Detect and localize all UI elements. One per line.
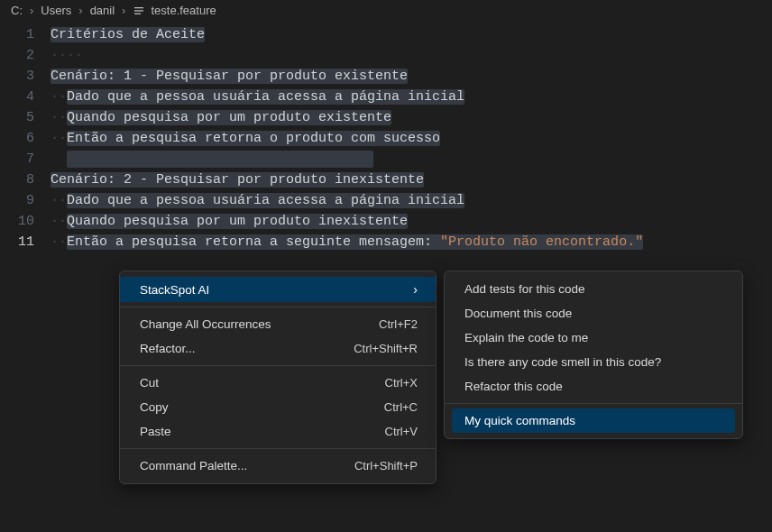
menu-item-label: StackSpot AI xyxy=(140,283,209,297)
code-text: Quando pesquisa por um produto existente xyxy=(67,110,391,125)
context-submenu: Add tests for this code Document this co… xyxy=(444,271,743,439)
menu-shortcut: Ctrl+Shift+P xyxy=(354,459,418,472)
menu-item-label: Command Palette... xyxy=(140,459,247,472)
chevron-right-icon: › xyxy=(26,4,37,17)
code-text: Então a pesquisa retorna a seguinte mens… xyxy=(67,234,440,250)
menu-item-cut[interactable]: Cut Ctrl+X xyxy=(120,371,436,395)
line-number: 5 xyxy=(0,107,51,128)
code-text: Dado que a pessoa usuária acessa a págin… xyxy=(67,89,464,105)
menu-item-command-palette[interactable]: Command Palette... Ctrl+Shift+P xyxy=(120,454,436,478)
code-text: Critérios de Aceite xyxy=(51,27,205,42)
menu-separator xyxy=(445,403,742,404)
menu-item-explain[interactable]: Explain the code to me xyxy=(445,326,742,350)
menu-item-refactor[interactable]: Refactor... Ctrl+Shift+R xyxy=(120,336,436,361)
menu-shortcut: Ctrl+Shift+R xyxy=(354,342,418,355)
menu-separator xyxy=(120,448,436,449)
menu-item-label: Add tests for this code xyxy=(464,282,585,296)
menu-item-label: Document this code xyxy=(464,307,572,320)
chevron-right-icon: › xyxy=(413,282,418,297)
menu-separator xyxy=(120,365,436,366)
breadcrumb-file[interactable]: teste.feature xyxy=(151,4,216,17)
menu-shortcut: Ctrl+F2 xyxy=(379,317,418,331)
breadcrumb-users[interactable]: Users xyxy=(41,4,71,17)
code-editor[interactable]: 1Critérios de Aceite 2···· 3Cenário: 1 -… xyxy=(0,23,772,252)
menu-item-copy[interactable]: Copy Ctrl+C xyxy=(120,395,436,419)
line-number: 3 xyxy=(0,66,51,87)
breadcrumb: C: › Users › danil › teste.feature xyxy=(0,0,772,23)
menu-item-label: Copy xyxy=(140,400,169,414)
menu-item-add-tests[interactable]: Add tests for this code xyxy=(445,277,742,301)
code-text: Quando pesquisa por um produto inexisten… xyxy=(67,214,408,229)
line-number: 6 xyxy=(0,128,51,149)
line-number: 10 xyxy=(0,211,51,232)
menu-item-stackspot[interactable]: StackSpot AI › xyxy=(120,277,436,302)
svg-rect-0 xyxy=(134,7,143,8)
menu-item-label: Refactor this code xyxy=(464,380,563,393)
menu-item-refactor-this[interactable]: Refactor this code xyxy=(445,374,742,399)
menu-separator xyxy=(120,307,436,307)
chevron-right-icon: › xyxy=(118,4,129,17)
line-number: 1 xyxy=(0,24,51,45)
menu-item-code-smell[interactable]: Is there any code smell in this code? xyxy=(445,350,742,374)
svg-rect-2 xyxy=(134,13,141,14)
svg-rect-1 xyxy=(134,10,143,11)
code-text: Cenário: 1 - Pesquisar por produto exist… xyxy=(51,69,408,84)
menu-item-label: Is there any code smell in this code? xyxy=(464,355,661,369)
menu-item-label: My quick commands xyxy=(464,414,575,427)
breadcrumb-user[interactable]: danil xyxy=(90,4,115,17)
line-number: 7 xyxy=(0,149,51,170)
breadcrumb-root[interactable]: C: xyxy=(11,4,23,17)
menu-item-document[interactable]: Document this code xyxy=(445,301,742,326)
selection-block xyxy=(67,151,373,168)
context-menu: StackSpot AI › Change All Occurrences Ct… xyxy=(119,271,437,484)
menu-item-label: Refactor... xyxy=(140,342,196,355)
menu-item-paste[interactable]: Paste Ctrl+V xyxy=(120,419,436,444)
menu-item-label: Cut xyxy=(140,376,159,390)
menu-shortcut: Ctrl+V xyxy=(385,425,418,438)
menu-item-label: Explain the code to me xyxy=(464,331,588,344)
line-number: 9 xyxy=(0,190,51,211)
line-number: 11 xyxy=(0,232,51,252)
chevron-right-icon: › xyxy=(75,4,86,17)
menu-item-label: Paste xyxy=(140,425,171,438)
code-text: Então a pesquisa retorna o produto com s… xyxy=(67,131,440,146)
line-number: 4 xyxy=(0,87,51,107)
menu-item-my-quick-commands[interactable]: My quick commands xyxy=(452,408,735,433)
line-number: 8 xyxy=(0,170,51,190)
code-text: Dado que a pessoa usuária acessa a págin… xyxy=(67,193,464,208)
menu-shortcut: Ctrl+X xyxy=(385,376,418,390)
line-number: 2 xyxy=(0,45,51,66)
menu-item-change-all[interactable]: Change All Occurrences Ctrl+F2 xyxy=(120,312,436,336)
menu-item-label: Change All Occurrences xyxy=(140,317,271,331)
menu-shortcut: Ctrl+C xyxy=(384,400,418,414)
code-text: Cenário: 2 - Pesquisar por produto inexi… xyxy=(51,172,424,188)
code-string: "Produto não encontrado." xyxy=(440,234,643,250)
file-icon xyxy=(133,5,145,17)
